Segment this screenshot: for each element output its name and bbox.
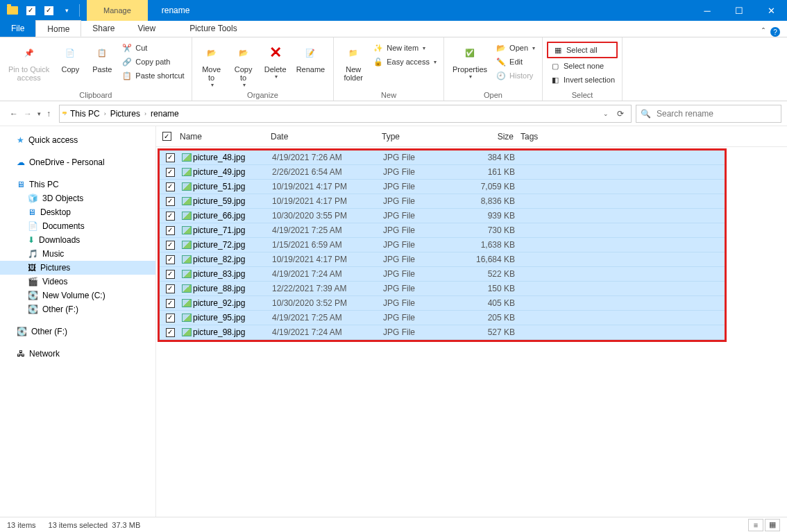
qat-checkbox-2[interactable]: [40, 2, 57, 19]
pin-to-quick-access-button[interactable]: 📌 Pin to Quick access: [4, 40, 53, 83]
file-size: 939 KB: [466, 211, 522, 221]
address-dropdown[interactable]: ⌄: [603, 110, 609, 117]
edit-button[interactable]: ✏️Edit: [493, 55, 538, 68]
crumb-rename[interactable]: rename: [148, 109, 182, 119]
properties-icon: ✅: [459, 42, 481, 64]
forward-button[interactable]: →: [24, 109, 32, 119]
move-to-button[interactable]: 📂 Move to▾: [196, 40, 227, 89]
qat-checkbox-1[interactable]: [22, 2, 39, 19]
file-row[interactable]: picture_59.jpg10/19/2021 4:17 PMJPG File…: [160, 194, 725, 209]
tab-view[interactable]: View: [126, 20, 167, 37]
row-checkbox[interactable]: [166, 328, 175, 337]
open-button[interactable]: 📂Open▾: [493, 42, 538, 54]
pc-icon: 🖥: [17, 180, 25, 189]
column-size[interactable]: Size: [465, 132, 521, 141]
details-view-button[interactable]: ≡: [748, 519, 763, 531]
nav-downloads[interactable]: ⬇Downloads: [0, 233, 155, 247]
search-box[interactable]: 🔍 Search rename: [636, 105, 781, 123]
close-button[interactable]: ✕: [755, 0, 787, 21]
qat-dropdown[interactable]: ▾: [58, 2, 75, 19]
file-row[interactable]: picture_51.jpg10/19/2021 4:17 PMJPG File…: [160, 180, 725, 194]
select-none-button[interactable]: ▢Select none: [547, 60, 618, 72]
paste-shortcut-button[interactable]: 📋Paste shortcut: [119, 69, 187, 82]
minimize-button[interactable]: ─: [691, 0, 723, 21]
nav-videos[interactable]: 🎬Videos: [0, 275, 155, 289]
tab-share[interactable]: Share: [81, 20, 126, 37]
nav-new-volume-c[interactable]: 💽New Volume (C:): [0, 289, 155, 302]
address-bar[interactable]: › This PC › Pictures › rename ⌄ ⟳: [59, 105, 632, 123]
select-all-button[interactable]: ▦Select all: [547, 42, 618, 58]
nav-pictures[interactable]: 🖼Pictures: [0, 261, 155, 275]
new-folder-button[interactable]: 📁 New folder: [338, 40, 369, 83]
up-button[interactable]: ↑: [46, 109, 51, 119]
recent-dropdown[interactable]: ▾: [37, 110, 41, 117]
file-row[interactable]: picture_98.jpg4/19/2021 7:24 AMJPG File5…: [160, 325, 725, 340]
row-checkbox[interactable]: [166, 255, 175, 264]
file-row[interactable]: picture_72.jpg1/15/2021 6:59 AMJPG File1…: [160, 238, 725, 252]
row-checkbox[interactable]: [166, 284, 175, 293]
file-row[interactable]: picture_92.jpg10/30/2020 3:52 PMJPG File…: [160, 296, 725, 311]
column-name[interactable]: Name: [177, 132, 271, 141]
image-file-icon: [182, 299, 192, 307]
row-checkbox[interactable]: [166, 314, 175, 323]
crumb-thispc[interactable]: This PC: [67, 109, 103, 119]
file-row[interactable]: picture_49.jpg2/26/2021 6:54 AMJPG File1…: [160, 165, 725, 180]
qat-folder-icon[interactable]: [4, 2, 21, 19]
file-row[interactable]: picture_66.jpg10/30/2020 3:55 PMJPG File…: [160, 209, 725, 223]
copy-path-button[interactable]: 🔗Copy path: [119, 55, 187, 68]
nav-other-f-1[interactable]: 💽Other (F:): [0, 302, 155, 316]
copy-button[interactable]: 📄 Copy: [55, 40, 85, 75]
maximize-button[interactable]: ☐: [723, 0, 755, 21]
file-row[interactable]: picture_88.jpg12/22/2021 7:39 AMJPG File…: [160, 282, 725, 296]
nav-quick-access[interactable]: ★Quick access: [0, 133, 155, 147]
collapse-ribbon-icon[interactable]: ˆ: [762, 27, 765, 37]
copy-to-button[interactable]: 📂 Copy to▾: [228, 40, 259, 89]
properties-button[interactable]: ✅ Properties▾: [448, 40, 491, 81]
nav-music[interactable]: 🎵Music: [0, 247, 155, 261]
file-size: 8,836 KB: [466, 196, 522, 206]
delete-button[interactable]: ✕ Delete▾: [260, 40, 291, 81]
paste-button[interactable]: 📋 Paste: [87, 40, 117, 75]
history-button[interactable]: 🕘History: [493, 69, 538, 82]
invert-selection-button[interactable]: ◧Invert selection: [547, 74, 618, 86]
column-type[interactable]: Type: [382, 132, 465, 141]
new-item-button[interactable]: ✨New item▾: [370, 42, 439, 54]
select-all-checkbox[interactable]: [162, 132, 171, 141]
file-row[interactable]: picture_48.jpg4/19/2021 7:26 AMJPG File3…: [160, 151, 725, 165]
easy-access-button[interactable]: 🔓Easy access▾: [370, 55, 439, 68]
row-checkbox[interactable]: [166, 212, 175, 221]
row-checkbox[interactable]: [166, 168, 175, 177]
row-checkbox[interactable]: [166, 182, 175, 191]
row-checkbox[interactable]: [166, 299, 175, 308]
file-row[interactable]: picture_82.jpg10/19/2021 4:17 PMJPG File…: [160, 252, 725, 267]
tab-home[interactable]: Home: [35, 20, 81, 37]
file-list: picture_48.jpg4/19/2021 7:26 AMJPG File3…: [158, 148, 727, 342]
column-date[interactable]: Date: [271, 132, 382, 141]
nav-3d-objects[interactable]: 🧊3D Objects: [0, 191, 155, 205]
rename-button[interactable]: 📝 Rename: [292, 40, 330, 75]
row-checkbox[interactable]: [166, 197, 175, 206]
help-icon[interactable]: ?: [770, 27, 780, 37]
nav-onedrive[interactable]: ☁OneDrive - Personal: [0, 155, 155, 169]
row-checkbox[interactable]: [166, 226, 175, 235]
file-row[interactable]: picture_83.jpg4/19/2021 7:24 AMJPG File5…: [160, 267, 725, 282]
crumb-pictures[interactable]: Pictures: [108, 109, 143, 119]
image-file-icon: [182, 153, 192, 162]
nav-this-pc[interactable]: 🖥This PC: [0, 178, 155, 191]
row-checkbox[interactable]: [166, 270, 175, 279]
nav-other-f-2[interactable]: 💽Other (F:): [0, 325, 155, 338]
file-row[interactable]: picture_95.jpg4/19/2021 7:25 AMJPG File2…: [160, 311, 725, 325]
nav-network[interactable]: 🖧Network: [0, 347, 155, 361]
column-tags[interactable]: Tags: [521, 132, 576, 141]
cut-button[interactable]: ✂️Cut: [119, 42, 187, 54]
back-button[interactable]: ←: [10, 109, 18, 119]
row-checkbox[interactable]: [166, 153, 175, 162]
tab-picture-tools[interactable]: Picture Tools: [178, 20, 248, 37]
nav-documents[interactable]: 📄Documents: [0, 219, 155, 233]
row-checkbox[interactable]: [166, 241, 175, 250]
nav-desktop[interactable]: 🖥Desktop: [0, 205, 155, 219]
file-row[interactable]: picture_71.jpg4/19/2021 7:25 AMJPG File7…: [160, 223, 725, 238]
thumbnails-view-button[interactable]: ▦: [765, 519, 780, 531]
refresh-button[interactable]: ⟳: [617, 109, 624, 119]
tab-file[interactable]: File: [0, 20, 35, 37]
